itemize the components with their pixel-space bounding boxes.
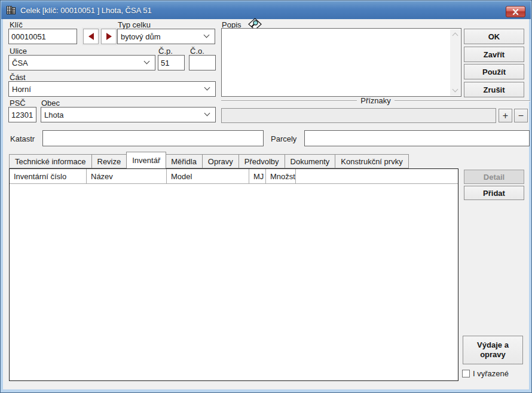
close-button[interactable] <box>506 6 525 17</box>
next-record-button[interactable] <box>101 29 117 44</box>
parcely-input[interactable] <box>304 130 530 146</box>
column-header-mj[interactable]: MJ <box>249 169 266 183</box>
co-label: Č.o. <box>190 47 204 56</box>
ok-button[interactable]: OK <box>464 29 524 44</box>
obec-value: Lhota <box>44 110 64 119</box>
scroll-down-icon[interactable] <box>450 85 460 96</box>
co-input[interactable] <box>189 55 216 70</box>
column-header-mnozst[interactable]: Množst <box>266 169 296 183</box>
katastr-input[interactable] <box>42 130 264 146</box>
priznaky-remove-button[interactable]: − <box>514 109 528 122</box>
tab-opravy[interactable]: Opravy <box>203 154 239 168</box>
priznaky-label: Příznaky <box>357 96 395 105</box>
divider <box>395 100 530 102</box>
obec-select[interactable]: Lhota <box>41 107 216 122</box>
title-bar: Celek [klíč: 00010051 ] Lhota, ČSA 51 <box>1 1 531 19</box>
ulice-label: Ulice <box>10 47 27 56</box>
klic-input[interactable] <box>8 29 77 44</box>
arrow-right-icon <box>106 33 112 40</box>
apply-button[interactable]: Použít <box>464 64 524 79</box>
cancel-button[interactable]: Zrušit <box>464 82 524 97</box>
scroll-up-icon[interactable] <box>450 29 460 39</box>
expenses-repairs-button[interactable]: Výdaje a opravy <box>463 336 523 364</box>
tab-revize[interactable]: Revize <box>92 154 127 168</box>
discarded-filter[interactable]: I vyřazené <box>462 369 509 378</box>
cast-value: Horní <box>12 85 31 94</box>
chevron-down-icon <box>204 32 210 38</box>
priznaky-group-header: Příznaky <box>221 96 530 105</box>
divider <box>221 100 357 102</box>
chevron-down-icon <box>204 110 210 116</box>
dialog-window: Celek [klíč: 00010051 ] Lhota, ČSA 51 Kl… <box>0 0 532 393</box>
popis-scrollbar[interactable] <box>450 29 460 96</box>
building-icon <box>6 5 16 15</box>
tab-predvolby[interactable]: Předvolby <box>239 154 285 168</box>
tab-technicke-informace[interactable]: Technické informace <box>9 154 92 168</box>
popis-textarea[interactable] <box>221 28 461 97</box>
typ-celku-label: Typ celku <box>118 20 151 29</box>
klic-label: Klíč <box>10 20 23 29</box>
column-header-nazev[interactable]: Název <box>87 169 167 183</box>
detail-button[interactable]: Detail <box>464 170 524 184</box>
cp-label: Č.p. <box>158 47 173 56</box>
tab-strip: Technické informace Revize Inventář Měři… <box>9 152 409 168</box>
obec-label: Obec <box>41 99 60 108</box>
inventory-table-body[interactable] <box>10 184 458 381</box>
close-icon <box>512 9 519 15</box>
priznaky-add-button[interactable]: + <box>499 109 512 122</box>
psc-label: PSČ <box>10 99 26 108</box>
cast-label: Část <box>10 73 26 82</box>
tab-inventar[interactable]: Inventář <box>126 152 166 168</box>
checkbox-icon[interactable] <box>462 370 470 377</box>
inventory-table[interactable]: Inventární číslo Název Model MJ Množst <box>9 168 458 381</box>
discarded-filter-label: I vyřazené <box>473 369 509 378</box>
ulice-select[interactable]: ČSA <box>8 55 155 70</box>
arrow-left-icon <box>88 33 94 40</box>
tab-meridla[interactable]: Měřidla <box>166 154 203 168</box>
cp-input[interactable] <box>158 55 185 70</box>
window-title: Celek [klíč: 00010051 ] Lhota, ČSA 51 <box>20 6 152 15</box>
close-dialog-button[interactable]: Zavřít <box>464 47 524 62</box>
column-header-model[interactable]: Model <box>167 169 249 183</box>
cast-select[interactable]: Horní <box>8 81 216 97</box>
prev-record-button[interactable] <box>83 29 99 44</box>
typ-celku-select[interactable]: bytový dům <box>117 29 215 44</box>
column-header-inventarni-cislo[interactable]: Inventární číslo <box>10 169 87 183</box>
katastr-label: Katastr <box>10 134 35 143</box>
parcely-label: Parcely <box>271 134 296 143</box>
chevron-down-icon <box>204 85 210 91</box>
inventory-table-header: Inventární číslo Název Model MJ Množst <box>10 169 458 184</box>
add-item-button[interactable]: Přidat <box>464 186 524 200</box>
chevron-down-icon <box>144 59 150 65</box>
psc-input[interactable] <box>8 107 36 122</box>
column-header-filler <box>296 169 458 183</box>
typ-celku-value: bytový dům <box>121 32 160 41</box>
ulice-value: ČSA <box>12 59 28 67</box>
priznaky-field[interactable] <box>221 108 496 123</box>
tab-dokumenty[interactable]: Dokumenty <box>285 154 336 168</box>
tab-konstrukcni-prvky[interactable]: Konstrukční prvky <box>335 154 408 168</box>
